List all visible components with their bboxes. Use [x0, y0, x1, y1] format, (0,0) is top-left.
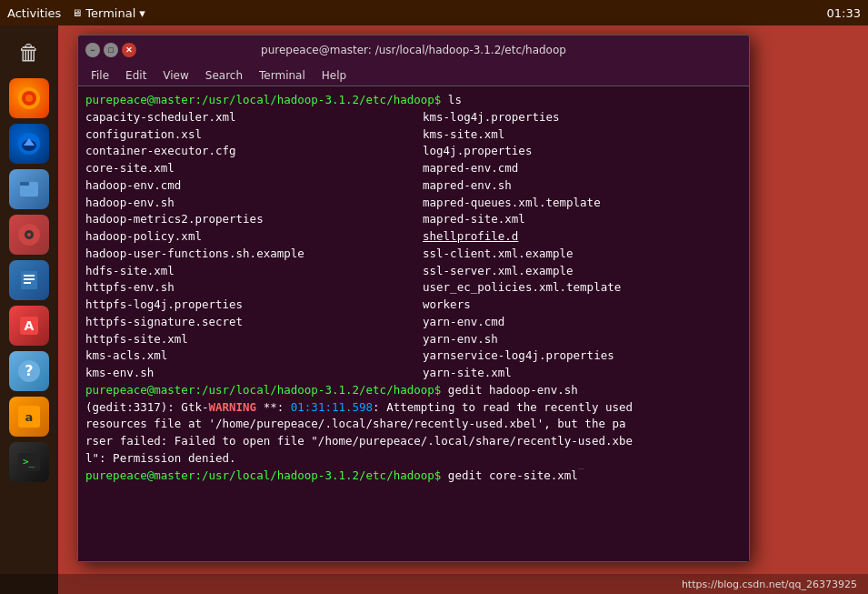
ls-item: user_ec_policies.xml.template	[423, 279, 742, 297]
sidebar-icon-help[interactable]: ?	[9, 351, 49, 391]
top-bar-left: Activities 🖥 Terminal ▾	[7, 6, 145, 20]
ls-item: mapred-site.xml	[423, 211, 742, 228]
ls-item: kms-log4j.properties	[423, 109, 742, 126]
warning-line1: (gedit:3317): Gtk-WARNING **: 01:31:11.5…	[85, 399, 742, 417]
command-line-1: purepeace@master:/usr/local/hadoop-3.1.2…	[85, 92, 742, 109]
ls-col1: capacity-scheduler.xml configuration.xsl…	[85, 109, 404, 382]
svg-rect-7	[20, 182, 29, 186]
sidebar-icon-amazon[interactable]: a	[9, 397, 49, 437]
svg-rect-14	[24, 282, 31, 284]
menu-terminal[interactable]: Terminal	[252, 67, 313, 84]
ls-col2: kms-log4j.properties kms-site.xml log4j.…	[423, 109, 742, 382]
menu-search[interactable]: Search	[198, 67, 250, 84]
svg-rect-13	[24, 278, 35, 280]
ls-item: ssl-server.xml.example	[423, 263, 742, 280]
svg-text:>_: >_	[23, 456, 35, 468]
svg-point-2	[25, 95, 33, 102]
ls-item: httpfs-env.sh	[85, 279, 404, 297]
ls-item: workers	[423, 297, 742, 314]
ls-item: core-site.xml	[85, 160, 404, 177]
ls-item: kms-acls.xml	[85, 347, 404, 365]
top-bar: Activities 🖥 Terminal ▾ 01:33	[0, 0, 868, 25]
ls-item-shellprofile: shellprofile.d	[423, 228, 742, 246]
ls-item: hdfs-site.xml	[85, 263, 404, 280]
ls-item: log4j.properties	[423, 143, 742, 160]
sidebar-icon-thunderbird[interactable]	[9, 124, 49, 164]
window-title: purepeace@master: /usr/local/hadoop-3.1.…	[140, 44, 687, 56]
ls-output: capacity-scheduler.xml configuration.xsl…	[85, 109, 742, 382]
svg-text:?: ?	[25, 362, 33, 379]
sidebar: 🗑 A ? a >_	[0, 25, 58, 594]
ls-item: yarn-site.xml	[423, 365, 742, 382]
ls-item: hadoop-env.cmd	[85, 177, 404, 195]
trash-icon[interactable]: 🗑	[9, 33, 49, 73]
ls-item: httpfs-site.xml	[85, 331, 404, 348]
bottom-bar: https://blog.csdn.net/qq_26373925	[0, 574, 868, 594]
clock: 01:33	[827, 6, 861, 20]
ls-item: ssl-client.xml.example	[423, 246, 742, 263]
warning-block: (gedit:3317): Gtk-WARNING **: 01:31:11.5…	[85, 399, 742, 468]
window-minimize-button[interactable]: −	[85, 43, 100, 57]
ls-item: httpfs-signature.secret	[85, 314, 404, 331]
title-bar: − □ ✕ purepeace@master: /usr/local/hadoo…	[78, 35, 749, 65]
sidebar-icon-store[interactable]: A	[9, 306, 49, 346]
terminal-body[interactable]: purepeace@master:/usr/local/hadoop-3.1.2…	[78, 86, 749, 561]
ls-item: hadoop-env.sh	[85, 195, 404, 212]
sidebar-icon-files[interactable]	[9, 169, 49, 209]
svg-text:a: a	[25, 410, 34, 424]
sidebar-icon-terminal[interactable]: >_	[9, 442, 49, 482]
ls-item: hadoop-metrics2.properties	[85, 211, 404, 228]
menu-bar: File Edit View Search Terminal Help	[78, 65, 749, 86]
ls-item: yarn-env.sh	[423, 331, 742, 348]
warning-line4: l": Permission denied.	[85, 450, 742, 468]
terminal-window: − □ ✕ purepeace@master: /usr/local/hadoo…	[77, 35, 750, 562]
ls-item: hadoop-policy.xml	[85, 228, 404, 246]
ls-item: mapred-env.cmd	[423, 160, 742, 177]
sidebar-icon-writer[interactable]	[9, 260, 49, 300]
command-line-2: purepeace@master:/usr/local/hadoop-3.1.2…	[85, 382, 742, 399]
ls-item: yarnservice-log4j.properties	[423, 347, 742, 365]
ls-item: mapred-env.sh	[423, 177, 742, 195]
ls-item: mapred-queues.xml.template	[423, 195, 742, 212]
ls-item: configuration.xsl	[85, 126, 404, 144]
ls-item: kms-site.xml	[423, 126, 742, 144]
ls-item: container-executor.cfg	[85, 143, 404, 160]
window-close-button[interactable]: ✕	[122, 43, 136, 57]
ls-item: httpfs-log4j.properties	[85, 297, 404, 314]
menu-file[interactable]: File	[84, 67, 116, 84]
ls-item: hadoop-user-functions.sh.example	[85, 246, 404, 263]
warning-line2: resources file at '/home/purepeace/.loca…	[85, 416, 742, 433]
menu-edit[interactable]: Edit	[118, 67, 154, 84]
svg-point-10	[27, 233, 31, 237]
ls-item: kms-env.sh	[85, 365, 404, 382]
activities-button[interactable]: Activities	[7, 6, 61, 20]
command-line-3: purepeace@master:/usr/local/hadoop-3.1.2…	[85, 468, 742, 485]
menu-view[interactable]: View	[155, 67, 195, 84]
sidebar-icon-firefox[interactable]	[9, 78, 49, 118]
ls-item: capacity-scheduler.xml	[85, 109, 404, 126]
svg-rect-12	[24, 275, 35, 277]
svg-text:A: A	[25, 318, 35, 333]
bottom-link: https://blog.csdn.net/qq_26373925	[682, 579, 857, 590]
window-maximize-button[interactable]: □	[104, 43, 118, 57]
menu-help[interactable]: Help	[314, 67, 354, 84]
ls-item: yarn-env.cmd	[423, 314, 742, 331]
sidebar-icon-music[interactable]	[9, 215, 49, 255]
terminal-menu-label[interactable]: 🖥 Terminal ▾	[72, 6, 145, 20]
warning-line3: rser failed: Failed to open file "/home/…	[85, 433, 742, 450]
